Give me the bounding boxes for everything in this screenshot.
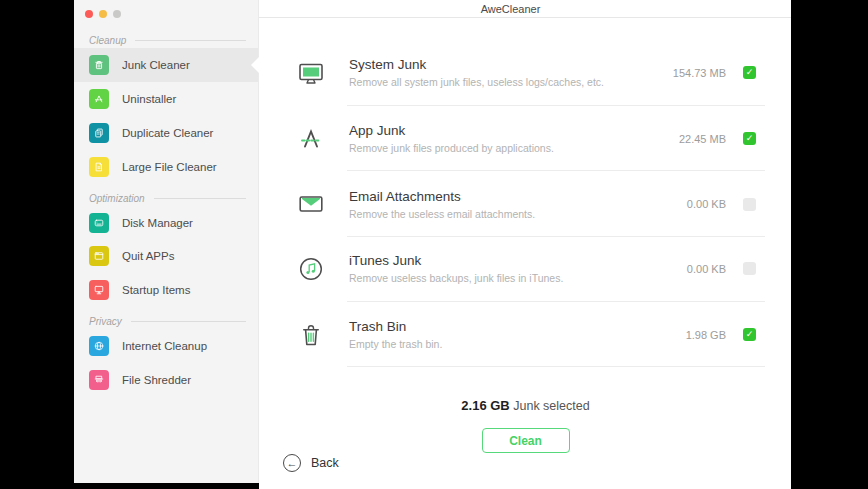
minimize-window-button[interactable] (99, 10, 107, 18)
trash-tile-icon (89, 55, 109, 75)
row-title: App Junk (349, 123, 679, 138)
zoom-window-button[interactable] (113, 10, 121, 18)
sidebar-item-label: Large File Cleaner (122, 161, 217, 173)
checkbox-system-junk[interactable] (743, 66, 756, 79)
monitor-icon (297, 59, 325, 87)
close-window-button[interactable] (85, 10, 93, 18)
appstore-tile-icon (89, 89, 109, 109)
row-app-junk[interactable]: App Junk Remove junk files produced by a… (259, 106, 791, 172)
row-email-attachments[interactable]: Email Attachments Remove the useless ema… (259, 171, 791, 237)
row-subtitle: Remove the useless email attachments. (349, 208, 687, 220)
sidebar-item-file-shredder[interactable]: File Shredder (74, 363, 258, 397)
traffic-lights (74, 0, 258, 20)
sidebar-item-label: Startup Items (122, 284, 190, 296)
monitor-tile-icon (89, 280, 109, 300)
envelope-icon (297, 190, 325, 218)
checkbox-app-junk[interactable] (743, 132, 756, 145)
junk-category-list: System Junk Remove all system junk files… (259, 40, 791, 367)
music-note-circle-icon (297, 255, 325, 283)
row-trash-bin[interactable]: Trash Bin Empty the trash bin. 1.98 GB (259, 302, 791, 368)
summary-size: 2.16 GB (461, 398, 509, 413)
globe-tile-icon (89, 336, 109, 356)
section-label: Cleanup (89, 35, 126, 46)
trash-bin-icon (297, 321, 325, 349)
sidebar-item-label: Quit APPs (122, 250, 174, 262)
section-divider (154, 198, 246, 199)
app-window-tile-icon (89, 246, 109, 266)
sidebar-item-label: Duplicate Cleaner (122, 127, 213, 139)
sidebar-item-internet-cleanup[interactable]: Internet Cleanup (74, 329, 258, 363)
row-system-junk[interactable]: System Junk Remove all system junk files… (259, 40, 791, 106)
sidebar-bottom-mat (74, 483, 259, 489)
appstore-a-icon (297, 125, 325, 153)
row-size: 1.98 GB (686, 329, 726, 341)
row-subtitle: Remove useless backups, junk files in iT… (349, 272, 687, 284)
screenshot-canvas: Cleanup Junk Cleaner Uninstaller (0, 0, 868, 489)
sidebar-item-quit-apps[interactable]: Quit APPs (74, 240, 258, 273)
sidebar-item-label: File Shredder (122, 374, 191, 386)
junk-selected-summary: 2.16 GB Junk selected (259, 398, 791, 413)
sidebar-item-disk-manager[interactable]: Disk Manager (74, 206, 258, 240)
row-subtitle: Empty the trash bin. (349, 338, 686, 350)
sidebar-item-uninstaller[interactable]: Uninstaller (74, 82, 258, 116)
row-title: Trash Bin (349, 319, 686, 334)
section-divider (135, 40, 246, 41)
back-button[interactable]: ← Back (283, 454, 339, 472)
checkbox-email-attachments[interactable] (743, 198, 756, 211)
row-subtitle: Remove junk files produced by applicatio… (349, 142, 679, 154)
window-title: AweCleaner (259, 0, 791, 18)
summary-label: Junk selected (510, 399, 590, 413)
row-title: Email Attachments (349, 189, 687, 204)
copy-pages-tile-icon (89, 123, 109, 143)
row-title: System Junk (349, 57, 673, 72)
checkbox-itunes-junk[interactable] (743, 262, 756, 275)
sidebar-item-label: Junk Cleaner (122, 59, 190, 71)
sidebar-item-label: Disk Manager (122, 217, 193, 229)
document-tile-icon (89, 157, 109, 177)
back-label: Back (311, 456, 339, 470)
sidebar-item-startup-items[interactable]: Startup Items (74, 273, 258, 307)
sidebar-item-large-file-cleaner[interactable]: Large File Cleaner (74, 150, 258, 184)
sidebar-section-privacy: Privacy (74, 313, 258, 329)
clean-button[interactable]: Clean (482, 428, 570, 453)
row-size: 154.73 MB (673, 67, 726, 79)
back-arrow-icon: ← (283, 454, 301, 472)
section-label: Optimization (89, 193, 145, 204)
sidebar-item-duplicate-cleaner[interactable]: Duplicate Cleaner (74, 116, 258, 150)
disk-drive-tile-icon (89, 213, 109, 233)
main-panel: AweCleaner System Junk Remove all system… (259, 0, 791, 489)
sidebar-item-label: Uninstaller (122, 93, 176, 105)
checkbox-trash-bin[interactable] (743, 328, 756, 341)
sidebar-section-optimization: Optimization (74, 190, 258, 206)
row-size: 0.00 KB (687, 263, 726, 275)
section-divider (131, 321, 246, 322)
row-title: iTunes Junk (349, 253, 687, 268)
row-size: 22.45 MB (679, 133, 726, 145)
app-window: Cleanup Junk Cleaner Uninstaller (74, 0, 791, 489)
sidebar-item-junk-cleaner[interactable]: Junk Cleaner (74, 48, 258, 82)
row-subtitle: Remove all system junk files, useless lo… (349, 76, 673, 88)
sidebar: Cleanup Junk Cleaner Uninstaller (74, 0, 259, 483)
shredder-tile-icon (89, 370, 109, 390)
row-itunes-junk[interactable]: iTunes Junk Remove useless backups, junk… (259, 237, 791, 302)
sidebar-section-cleanup: Cleanup (74, 32, 258, 48)
row-size: 0.00 KB (687, 198, 726, 210)
section-label: Privacy (89, 316, 122, 327)
sidebar-item-label: Internet Cleanup (122, 340, 207, 352)
